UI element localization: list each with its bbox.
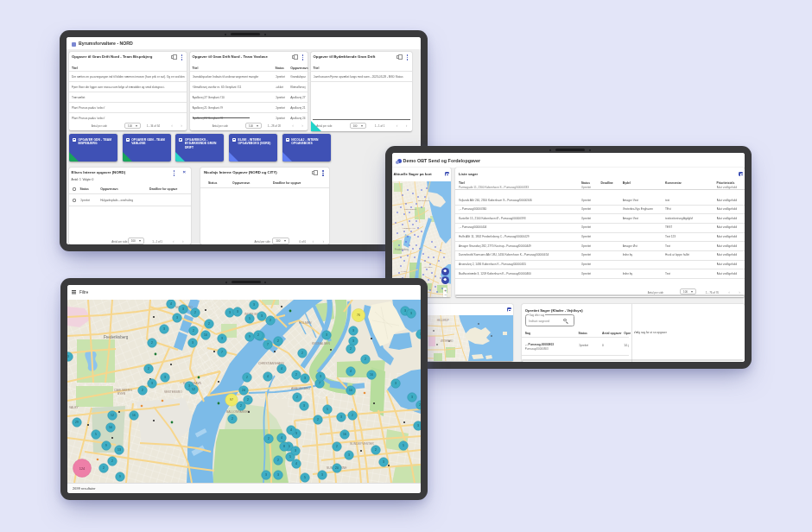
svg-text:5: 5 (289, 455, 291, 459)
svg-text:29: 29 (75, 421, 79, 424)
svg-text:ØSTERBRO: ØSTERBRO (441, 339, 454, 343)
svg-text:3: 3 (404, 309, 406, 313)
svg-text:2: 2 (246, 376, 248, 379)
svg-text:8: 8 (283, 445, 285, 448)
svg-text:50: 50 (109, 426, 112, 429)
svg-text:BALLONPARKEN: BALLONPARKEN (226, 410, 251, 414)
svg-text:3: 3 (320, 375, 321, 378)
svg-text:3: 3 (304, 377, 306, 380)
svg-text:13: 13 (117, 448, 121, 452)
svg-text:2: 2 (350, 347, 352, 351)
svg-text:SUNDBYVESTER: SUNDBYVESTER (350, 442, 374, 446)
svg-text:HOLMEN: HOLMEN (299, 321, 312, 325)
svg-text:3: 3 (182, 307, 184, 311)
svg-text:5: 5 (249, 317, 251, 320)
svg-text:3: 3 (420, 332, 421, 336)
svg-text:4: 4 (281, 436, 282, 440)
svg-text:3: 3 (326, 333, 327, 337)
svg-text:3: 3 (340, 415, 342, 419)
svg-text:4: 4 (281, 367, 282, 370)
svg-text:16: 16 (132, 414, 136, 417)
svg-text:2: 2 (317, 418, 319, 421)
svg-text:24: 24 (242, 389, 245, 392)
svg-text:2: 2 (232, 417, 233, 421)
svg-text:4: 4 (267, 375, 269, 378)
svg-text:2: 2 (277, 339, 279, 343)
svg-text:2: 2 (240, 404, 242, 408)
svg-text:HELLERUP: HELLERUP (437, 319, 449, 322)
svg-text:2: 2 (194, 311, 196, 314)
svg-text:9: 9 (119, 475, 121, 478)
svg-text:BYEN: BYEN (117, 392, 126, 396)
svg-text:VALBY: VALBY (69, 406, 79, 409)
svg-text:16: 16 (343, 433, 346, 436)
svg-text:3: 3 (303, 404, 305, 408)
svg-text:5: 5 (95, 433, 97, 436)
svg-text:3: 3 (164, 376, 166, 379)
svg-text:3: 3 (410, 312, 412, 315)
svg-text:2: 2 (365, 358, 366, 361)
svg-text:VALBY: VALBY (401, 270, 408, 273)
svg-text:4: 4 (350, 370, 352, 373)
svg-text:97: 97 (230, 398, 233, 402)
svg-text:3: 3 (395, 382, 396, 385)
svg-text:3: 3 (321, 473, 323, 477)
svg-text:2: 2 (268, 437, 270, 440)
svg-text:3: 3 (295, 432, 297, 435)
svg-text:3: 3 (261, 314, 263, 318)
svg-text:AMAGERBRO: AMAGERBRO (291, 387, 310, 390)
svg-text:4: 4 (295, 462, 297, 466)
svg-text:3: 3 (352, 329, 354, 332)
svg-text:9: 9 (105, 444, 107, 447)
svg-text:2: 2 (151, 341, 153, 345)
svg-text:ØSTERBRO: ØSTERBRO (418, 200, 430, 202)
svg-text:2: 2 (247, 398, 249, 402)
svg-text:3: 3 (237, 310, 238, 314)
svg-text:2: 2 (296, 396, 298, 399)
svg-text:3: 3 (277, 473, 279, 477)
svg-text:2: 2 (336, 445, 338, 448)
svg-text:7: 7 (267, 343, 269, 346)
svg-text:3: 3 (67, 355, 69, 358)
svg-text:3: 3 (176, 316, 178, 320)
svg-text:2: 2 (208, 322, 210, 326)
svg-text:VESTERBRO: VESTERBRO (164, 390, 182, 394)
svg-text:3: 3 (221, 337, 223, 340)
svg-text:2: 2 (295, 373, 297, 377)
svg-text:10: 10 (349, 389, 352, 392)
svg-text:3: 3 (383, 460, 384, 464)
svg-text:2: 2 (193, 329, 194, 332)
svg-text:KRONALBEN: KRONALBEN (312, 342, 330, 345)
svg-text:76: 76 (357, 314, 360, 317)
svg-text:24: 24 (419, 403, 421, 407)
svg-text:16: 16 (370, 373, 373, 377)
svg-text:3: 3 (253, 303, 255, 307)
svg-text:3: 3 (265, 473, 267, 477)
svg-text:3: 3 (163, 327, 165, 331)
svg-text:NØRREBRO: NØRREBRO (404, 208, 416, 211)
svg-text:3: 3 (151, 382, 153, 385)
svg-text:2: 2 (257, 333, 259, 337)
svg-text:4: 4 (170, 302, 172, 306)
svg-text:2: 2 (277, 459, 279, 462)
svg-text:20: 20 (335, 466, 339, 470)
svg-text:5: 5 (403, 444, 404, 447)
svg-text:3: 3 (295, 449, 296, 453)
svg-text:3: 3 (411, 396, 413, 399)
svg-text:124: 124 (79, 466, 86, 470)
svg-text:2: 2 (375, 448, 377, 452)
svg-text:2: 2 (352, 414, 353, 417)
svg-text:Frederiksberg: Frederiksberg (395, 248, 409, 251)
svg-text:2: 2 (111, 459, 113, 463)
svg-text:3: 3 (192, 341, 193, 345)
svg-text:12: 12 (111, 414, 114, 417)
svg-text:AMAGER: AMAGER (423, 266, 433, 269)
svg-text:Frederiksberg: Frederiksberg (104, 335, 129, 339)
svg-text:7: 7 (319, 382, 320, 385)
svg-text:9: 9 (249, 335, 251, 339)
svg-text:7: 7 (221, 351, 223, 354)
svg-text:5: 5 (304, 476, 306, 479)
svg-text:12: 12 (192, 388, 195, 391)
svg-text:3: 3 (417, 424, 419, 428)
svg-text:2: 2 (270, 319, 271, 322)
